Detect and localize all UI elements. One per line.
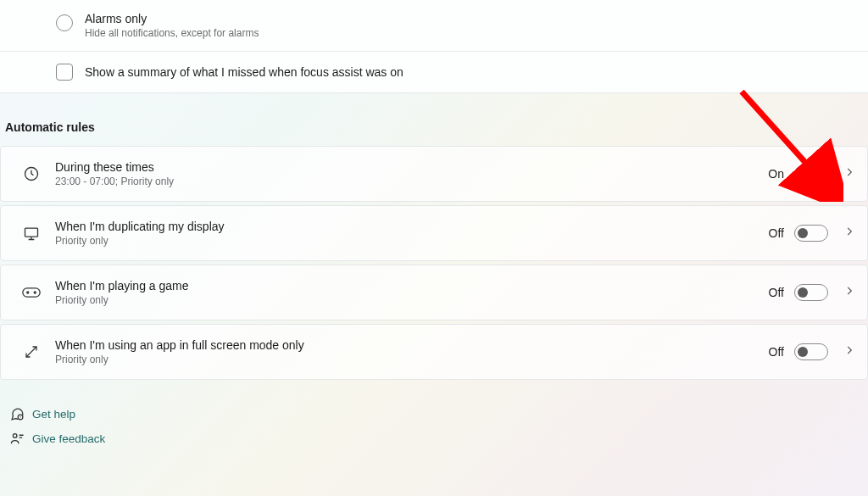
option-texts: Alarms only Hide all notifications, exce… xyxy=(85,12,259,39)
rule-title: During these times xyxy=(55,160,768,174)
option-alarms-only[interactable]: Alarms only Hide all notifications, exce… xyxy=(0,0,868,51)
rule-playing-game[interactable]: When I'm playing a game Priority only Of… xyxy=(0,265,868,320)
monitor-icon xyxy=(19,225,43,242)
clock-icon xyxy=(19,165,43,182)
rule-title: When I'm using an app in full screen mod… xyxy=(55,338,769,352)
chevron-right-icon[interactable] xyxy=(843,166,855,181)
rule-subtitle: Priority only xyxy=(55,354,769,365)
gamepad-icon xyxy=(19,286,43,299)
rules-list: During these times 23:00 - 07:00; Priori… xyxy=(0,146,868,380)
svg-rect-1 xyxy=(25,228,38,237)
svg-point-7 xyxy=(13,434,17,438)
toggle-state-label: Off xyxy=(769,345,784,359)
option-subtitle: Hide all notifications, except for alarm… xyxy=(85,27,259,39)
toggle-switch[interactable] xyxy=(794,225,828,242)
rule-subtitle: Priority only xyxy=(55,235,769,247)
rule-title: When I'm duplicating my display xyxy=(55,220,769,233)
give-feedback-link[interactable]: Give feedback xyxy=(8,426,868,451)
svg-point-4 xyxy=(34,292,36,293)
get-help-link[interactable]: ? Get help xyxy=(8,402,868,426)
rule-title: When I'm playing a game xyxy=(55,279,769,293)
toggle-switch[interactable] xyxy=(794,343,828,360)
summary-checkbox-row[interactable]: Show a summary of what I missed when foc… xyxy=(0,52,868,92)
checkbox-icon[interactable] xyxy=(56,64,73,81)
footer-links: ? Get help Give feedback xyxy=(0,380,868,451)
rule-duplicating-display[interactable]: When I'm duplicating my display Priority… xyxy=(0,205,868,261)
expand-icon xyxy=(19,344,43,359)
chevron-right-icon[interactable] xyxy=(843,226,855,241)
rule-subtitle: 23:00 - 07:00; Priority only xyxy=(55,176,768,187)
rule-texts: When I'm playing a game Priority only xyxy=(55,279,769,306)
rule-fullscreen-app[interactable]: When I'm using an app in full screen mod… xyxy=(0,324,868,380)
feedback-icon xyxy=(8,432,25,446)
toggle-state-label: Off xyxy=(769,286,784,299)
rule-during-these-times[interactable]: During these times 23:00 - 07:00; Priori… xyxy=(0,146,868,202)
rule-texts: During these times 23:00 - 07:00; Priori… xyxy=(55,160,768,187)
chevron-right-icon[interactable] xyxy=(843,285,855,300)
focus-options-group: Alarms only Hide all notifications, exce… xyxy=(0,0,868,93)
rule-texts: When I'm duplicating my display Priority… xyxy=(55,220,769,247)
toggle-switch[interactable] xyxy=(794,284,828,301)
get-help-label: Get help xyxy=(32,408,75,421)
rule-subtitle: Priority only xyxy=(55,294,769,306)
toggle-state-label: Off xyxy=(769,226,784,240)
option-title: Alarms only xyxy=(85,12,259,25)
summary-label: Show a summary of what I missed when foc… xyxy=(85,65,403,79)
chevron-right-icon[interactable] xyxy=(843,344,855,359)
help-icon: ? xyxy=(8,407,25,421)
radio-icon[interactable] xyxy=(56,14,73,31)
give-feedback-label: Give feedback xyxy=(32,432,105,445)
svg-rect-2 xyxy=(23,288,40,297)
rule-texts: When I'm using an app in full screen mod… xyxy=(55,338,769,365)
section-heading-automatic-rules: Automatic rules xyxy=(0,93,868,146)
toggle-switch[interactable] xyxy=(794,165,828,182)
svg-point-3 xyxy=(27,292,29,293)
toggle-state-label: On xyxy=(768,167,784,181)
